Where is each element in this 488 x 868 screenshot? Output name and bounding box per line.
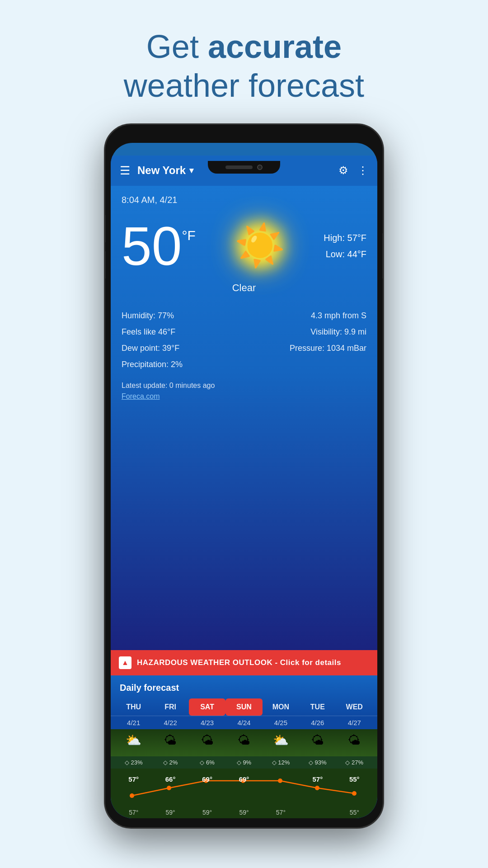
forecast-icons-row: ⛅ 🌤 🌤 🌤 ⛅ 🌤 🌤 xyxy=(111,729,377,756)
high-temp-fri: 66° xyxy=(152,775,188,783)
precip-thu: ◇ 23% xyxy=(115,759,152,766)
side-button-volume-down xyxy=(104,251,106,278)
low-temp-fri: 59° xyxy=(152,809,188,816)
low-temp-sun: 59° xyxy=(225,809,262,816)
forecast-day-tue[interactable]: TUE xyxy=(299,698,336,716)
high-temp-wed: 55° xyxy=(336,775,373,783)
high-temp-thu: 57° xyxy=(115,775,152,783)
pressure-value: Pressure: 1034 mBar xyxy=(246,340,366,356)
dew-point-value: Dew point: 39°F xyxy=(122,340,242,356)
forecast-day-wed[interactable]: WED xyxy=(336,698,373,716)
forecast-day-sat[interactable]: SAT xyxy=(189,698,225,716)
phone-screen: ☰ New York ▾ ⚙ ⋮ 8:04 AM, 4/21 50 °F ☀️ … xyxy=(111,143,377,818)
precip-tue: ◇ 93% xyxy=(299,759,336,766)
front-camera xyxy=(257,165,263,170)
more-options-icon[interactable]: ⋮ xyxy=(357,164,368,177)
high-temps-row: 57° 66° 69° 69° 57° 55° xyxy=(111,773,377,785)
low-temp-thu: 57° xyxy=(115,809,152,816)
side-button-power xyxy=(382,233,384,278)
temperature-block: 50 °F xyxy=(122,219,196,273)
low-temp-sat: 59° xyxy=(189,809,225,816)
forecast-precip-row: ◇ 23% ◇ 2% ◇ 6% ◇ 9% ◇ 12% ◇ 93% ◇ 27% xyxy=(111,756,377,769)
high-temp-sun: 69° xyxy=(225,775,262,783)
forecast-day-fri[interactable]: FRI xyxy=(152,698,188,716)
date-424: 4/24 xyxy=(225,719,262,726)
precip-mon: ◇ 12% xyxy=(263,759,299,766)
forecast-day-mon[interactable]: MON xyxy=(263,698,299,716)
humidity-value: Humidity: 77% xyxy=(122,307,242,324)
precip-sat: ◇ 6% xyxy=(189,759,225,766)
hamburger-menu-icon[interactable]: ☰ xyxy=(120,164,130,178)
header-normal-text: Get xyxy=(146,28,208,65)
date-423: 4/23 xyxy=(189,719,225,726)
high-temp-mon xyxy=(263,775,299,783)
date-426: 4/26 xyxy=(299,719,336,726)
current-weather-block: 50 °F ☀️ High: 57°F Low: 44°F xyxy=(122,219,366,273)
settings-icon[interactable]: ⚙ xyxy=(338,164,348,177)
alert-banner[interactable]: ▲ HAZARDOUS WEATHER OUTLOOK - Click for … xyxy=(111,650,377,675)
phone-notch xyxy=(208,161,280,174)
weather-icon-fri: 🌤 xyxy=(152,733,188,753)
high-temp-tue: 57° xyxy=(299,775,336,783)
header-bold-text: accurate xyxy=(208,28,342,65)
forecast-day-sun[interactable]: SUN xyxy=(225,698,262,716)
weather-icon-sat: 🌤 xyxy=(189,733,225,753)
details-left: Humidity: 77% Feels like 46°F Dew point:… xyxy=(122,307,242,373)
date-425: 4/25 xyxy=(263,719,299,726)
low-temp-mon: 57° xyxy=(263,809,299,816)
feels-like-value: Feels like 46°F xyxy=(122,324,242,340)
high-temp: High: 57°F xyxy=(324,230,366,246)
low-temp-tue xyxy=(299,809,336,816)
header-line2: weather forecast xyxy=(124,66,364,105)
speaker-grill xyxy=(225,165,253,169)
low-temps-row: 57° 59° 59° 59° 57° 55° xyxy=(111,782,377,818)
date-427: 4/27 xyxy=(336,719,373,726)
temperature-value: 50 xyxy=(122,219,182,273)
wind-value: 4.3 mph from S xyxy=(246,307,366,324)
weather-icon-wed: 🌤 xyxy=(336,733,373,753)
low-temp-wed: 55° xyxy=(336,809,373,816)
precip-fri: ◇ 2% xyxy=(152,759,188,766)
city-name: New York xyxy=(137,164,186,177)
low-temp: Low: 44°F xyxy=(324,246,366,262)
weather-icon-sun: 🌤 xyxy=(225,733,262,753)
date-421: 4/21 xyxy=(115,719,152,726)
details-right: 4.3 mph from S Visibility: 9.9 mi Pressu… xyxy=(246,307,366,373)
page-header: Get accurate weather forecast xyxy=(124,27,364,105)
app-bar-icons: ⚙ ⋮ xyxy=(338,164,368,177)
foreca-link[interactable]: Foreca.com xyxy=(122,392,366,401)
datetime-display: 8:04 AM, 4/21 xyxy=(122,195,366,205)
alert-text: HAZARDOUS WEATHER OUTLOOK - Click for de… xyxy=(137,658,341,667)
condition-label: Clear xyxy=(122,282,366,294)
side-button-volume-up xyxy=(104,215,106,242)
precipitation-value: Precipitation: 2% xyxy=(122,356,242,373)
weather-icon-mon: ⛅ xyxy=(263,733,299,753)
high-temp-sat: 69° xyxy=(189,775,225,783)
temperature-chart: 57° 66° 69° 69° 57° 55° 57° 59° 59° 59° … xyxy=(111,769,377,818)
weather-details: Humidity: 77% Feels like 46°F Dew point:… xyxy=(122,307,366,373)
weather-main: 8:04 AM, 4/21 50 °F ☀️ High: 57°F Low: 4… xyxy=(111,186,377,650)
forecast-dates-row: 4/21 4/22 4/23 4/24 4/25 4/26 4/27 xyxy=(111,716,377,729)
visibility-value: Visibility: 9.9 mi xyxy=(246,324,366,340)
update-info: Latest update: 0 minutes ago xyxy=(122,382,366,390)
precip-sun: ◇ 9% xyxy=(225,759,262,766)
date-422: 4/22 xyxy=(152,719,188,726)
forecast-days-row: THU FRI SAT SUN MON TUE WED xyxy=(111,698,377,716)
phone-frame: ☰ New York ▾ ⚙ ⋮ 8:04 AM, 4/21 50 °F ☀️ … xyxy=(104,123,384,829)
chevron-down-icon: ▾ xyxy=(189,165,193,175)
forecast-header: Daily forecast xyxy=(111,675,377,698)
warning-icon: ▲ xyxy=(119,656,131,669)
weather-icon-tue: 🌤 xyxy=(299,733,336,753)
precip-wed: ◇ 27% xyxy=(336,759,373,766)
forecast-day-thu[interactable]: THU xyxy=(115,698,152,716)
weather-icon-thu: ⛅ xyxy=(115,733,152,753)
temperature-unit: °F xyxy=(182,228,195,243)
high-low-block: High: 57°F Low: 44°F xyxy=(324,230,366,262)
sun-icon: ☀️ xyxy=(235,222,285,269)
forecast-section: Daily forecast THU FRI SAT SUN MON TUE W… xyxy=(111,675,377,818)
